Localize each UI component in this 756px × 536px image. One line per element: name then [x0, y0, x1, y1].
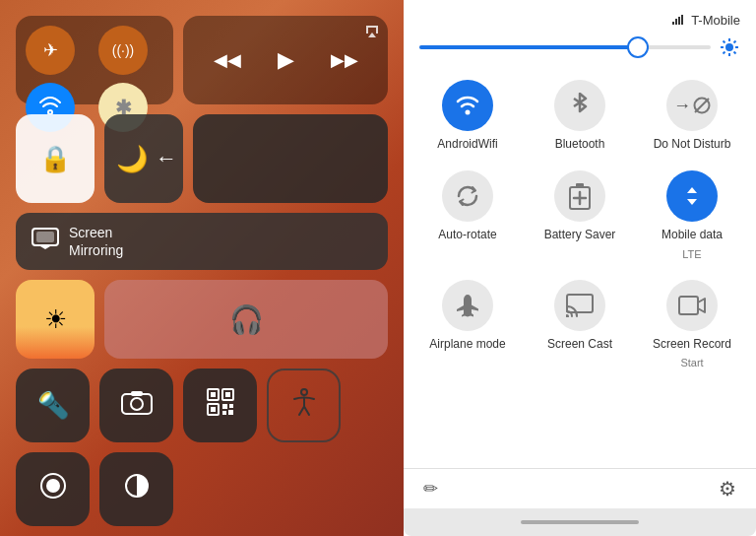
svg-rect-32: [576, 183, 584, 188]
screen-mirroring-label: ScreenMirroring: [69, 224, 123, 259]
svg-rect-10: [211, 407, 216, 412]
record-icon: [39, 472, 67, 506]
svg-line-26: [734, 41, 736, 43]
quick-settings-grid: AndroidWifi Bluetooth → Do Not Disturb: [404, 70, 756, 378]
carrier-label: T-Mobile: [691, 13, 740, 28]
svg-line-25: [734, 52, 736, 54]
airplane-icon: ✈: [43, 39, 58, 61]
qs-cast-label: Screen Cast: [547, 337, 612, 351]
headphones-icon: 🎧: [229, 303, 264, 336]
qs-record-icon-circle: [666, 280, 718, 331]
qs-airplane-icon-circle: [442, 280, 493, 331]
edit-button[interactable]: ✏: [423, 478, 438, 500]
svg-point-3: [131, 398, 143, 410]
rotation-lock-button[interactable]: 🔒: [16, 114, 94, 203]
fast-forward-button[interactable]: ▶▶: [331, 49, 358, 71]
qs-dnd-icon-circle: →: [666, 80, 718, 131]
svg-rect-11: [222, 404, 227, 409]
qs-data-sublabel: LTE: [682, 248, 701, 260]
svg-line-27: [724, 52, 725, 54]
svg-rect-14: [228, 410, 233, 415]
connectivity-block: ✈ ((·)) ✱: [16, 16, 173, 104]
qs-airplane-mode[interactable]: Airplane mode: [411, 270, 524, 378]
camera-button[interactable]: [99, 368, 173, 442]
qs-rotate-icon-circle: [442, 170, 493, 222]
android-header: T-Mobile: [404, 0, 756, 33]
screen-record-bottom-button[interactable]: [16, 452, 90, 526]
moon-icon: 🌙: [116, 144, 148, 174]
svg-point-17: [46, 479, 60, 493]
qs-battery-saver[interactable]: Battery Saver: [524, 161, 636, 269]
svg-rect-4: [131, 391, 143, 396]
qr-code-button[interactable]: [183, 368, 257, 442]
qs-screen-record[interactable]: Screen Record Start: [636, 270, 748, 378]
qs-mobile-data[interactable]: Mobile data LTE: [636, 161, 748, 269]
svg-point-36: [566, 314, 569, 317]
signal-icon: [671, 12, 685, 29]
svg-rect-35: [567, 295, 593, 312]
brightness-icon: ☀: [44, 304, 67, 335]
svg-point-15: [301, 389, 307, 395]
qs-android-wifi[interactable]: AndroidWifi: [411, 70, 524, 161]
svg-rect-1: [36, 232, 54, 242]
settings-button[interactable]: ⚙: [719, 477, 736, 501]
qs-data-label: Mobile data: [662, 228, 723, 241]
focus-mode-button[interactable]: 🌙 ←: [104, 114, 183, 203]
qs-auto-rotate[interactable]: Auto-rotate: [411, 161, 524, 269]
qs-cast-icon-circle: [554, 280, 605, 331]
qs-bluetooth[interactable]: Bluetooth: [524, 70, 636, 161]
svg-rect-13: [222, 411, 226, 415]
airplay-icon: [364, 24, 380, 40]
contrast-icon: [123, 472, 151, 506]
android-footer: ✏ ⚙: [404, 468, 756, 508]
svg-rect-37: [679, 297, 698, 314]
contrast-button[interactable]: [99, 452, 173, 526]
qs-bluetooth-label: Bluetooth: [555, 137, 605, 151]
camera-icon: [121, 389, 153, 422]
dark-panel: [193, 114, 388, 203]
brightness-slider[interactable]: [419, 45, 711, 49]
rewind-button[interactable]: ◀◀: [214, 49, 241, 71]
qs-record-label: Screen Record: [653, 337, 731, 351]
accessibility-icon: [289, 387, 319, 424]
screen-mirroring-button[interactable]: ScreenMirroring: [16, 213, 388, 270]
airplane-mode-button[interactable]: ✈: [26, 26, 75, 75]
ios-control-center: ✈ ((·)) ✱ ◀◀ ▶ ▶▶ 🔒: [0, 0, 404, 536]
media-controls: ◀◀ ▶ ▶▶: [183, 16, 388, 104]
qr-icon: [206, 387, 235, 424]
qs-rotate-label: Auto-rotate: [438, 228, 496, 241]
qs-battery-icon-circle: [554, 170, 605, 222]
brightness-sun-icon: [719, 36, 740, 58]
nav-gesture-bar: [521, 520, 639, 524]
qs-do-not-disturb[interactable]: → Do Not Disturb: [636, 70, 748, 161]
svg-rect-8: [225, 392, 230, 397]
play-button[interactable]: ▶: [278, 47, 294, 73]
qs-dnd-label: Do Not Disturb: [654, 137, 731, 151]
android-nav-bar: [404, 508, 756, 536]
screen-mirroring-icon: [32, 228, 59, 255]
qs-screen-cast[interactable]: Screen Cast: [524, 270, 636, 378]
brightness-button[interactable]: ☀: [16, 280, 94, 359]
qs-wifi-label: AndroidWifi: [437, 137, 497, 151]
flashlight-button[interactable]: 🔦: [16, 368, 90, 442]
svg-line-24: [724, 41, 725, 43]
arrow-right-icon: →: [673, 96, 691, 116]
qs-data-icon-circle: [666, 170, 718, 222]
brightness-thumb: [627, 36, 649, 58]
cellular-icon: ((·)): [112, 42, 135, 58]
accessibility-button[interactable]: [267, 368, 341, 442]
qs-record-sublabel: Start: [680, 357, 703, 368]
qs-wifi-icon-circle: [442, 80, 493, 131]
android-quick-settings: T-Mobile: [404, 0, 756, 536]
cellular-button[interactable]: ((·)): [98, 26, 148, 75]
svg-point-28: [466, 110, 471, 115]
headphones-tile: 🎧: [104, 280, 388, 359]
back-arrow-icon: ←: [156, 146, 177, 171]
qs-battery-label: Battery Saver: [544, 228, 616, 241]
brightness-slider-row[interactable]: [404, 33, 756, 70]
rotation-lock-icon: 🔒: [39, 144, 71, 174]
qs-airplane-label: Airplane mode: [429, 337, 505, 351]
svg-rect-12: [229, 404, 233, 408]
svg-rect-6: [211, 392, 216, 397]
qs-bluetooth-icon-circle: [554, 80, 605, 131]
